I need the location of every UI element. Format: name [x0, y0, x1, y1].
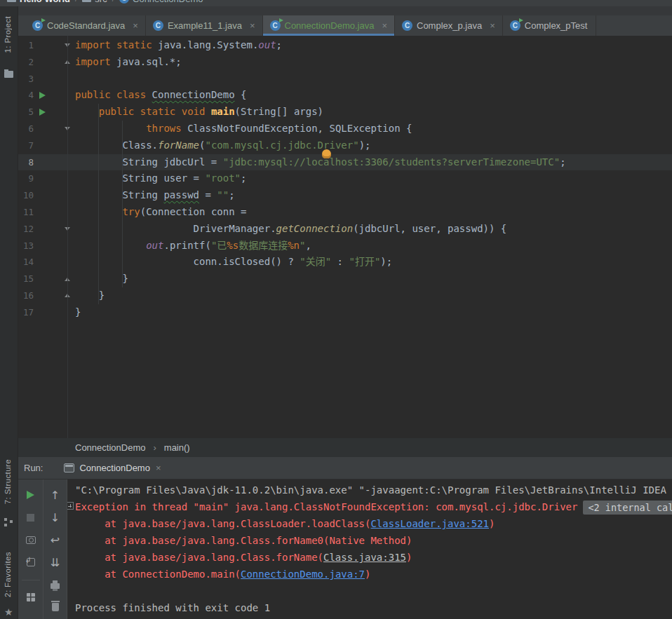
class-icon: C — [270, 20, 281, 31]
stop-button[interactable] — [22, 510, 39, 525]
code-text[interactable]: try(Connection conn = — [75, 204, 246, 221]
breadcrumb-hello-world[interactable]: Hello World — [7, 0, 70, 4]
run-line-icon[interactable] — [39, 92, 46, 99]
tool-button-structure[interactable]: 7: Structure — [4, 459, 12, 504]
code-text[interactable]: } — [75, 304, 81, 321]
gutter-run-column — [34, 71, 51, 88]
intention-bulb-icon[interactable] — [322, 149, 331, 158]
code-token: ); — [359, 140, 371, 151]
gutter-fold-column — [51, 204, 67, 221]
line-number: 5 — [18, 104, 34, 121]
scroll-to-end-button[interactable]: ⇊ — [47, 555, 64, 570]
breadcrumb-src[interactable]: src — [82, 0, 107, 4]
clear-all-button[interactable] — [47, 599, 64, 615]
tab-connectiondemo-java[interactable]: CConnectionDemo.java× — [263, 15, 396, 36]
class-icon: C — [510, 20, 520, 31]
gutter-run-column — [34, 87, 51, 104]
thread-dump-button[interactable] — [22, 532, 39, 547]
tool-button-project[interactable]: 1: Project — [4, 16, 12, 53]
gutter-run-column — [34, 137, 51, 154]
navigation-bar: Hello World/src/CConnectionDemo — [0, 0, 672, 6]
favorites-star-icon[interactable]: ★ — [4, 606, 13, 618]
code-token: ; — [276, 39, 282, 50]
project-folder-icon[interactable] — [4, 71, 13, 78]
code-token: DriverManager. — [75, 223, 276, 234]
close-icon[interactable]: × — [490, 21, 495, 30]
close-icon[interactable]: × — [250, 21, 255, 30]
print-button[interactable] — [47, 577, 64, 592]
code-token: out — [258, 39, 276, 50]
breadcrumb-class[interactable]: ConnectionDemo — [75, 442, 145, 453]
soft-wrap-button[interactable]: ↩ — [47, 532, 64, 547]
tab-complex-ptest[interactable]: CComplex_pTest — [503, 15, 597, 36]
code-text[interactable]: } — [75, 287, 105, 304]
code-token: getConnection — [276, 223, 354, 234]
code-line-3: 3 — [18, 71, 672, 88]
gutter-fold-column — [51, 287, 67, 304]
code-text[interactable]: import java.sql.*; — [75, 54, 182, 71]
run-tab-connectiondemo[interactable]: ConnectionDemo × — [58, 457, 166, 479]
indent-guide — [98, 104, 99, 304]
close-icon[interactable]: × — [133, 21, 138, 30]
internal-calls-badge[interactable]: <2 internal calls> — [583, 501, 672, 515]
down-stack-trace-button[interactable]: ↓ — [47, 510, 64, 525]
code-token: throws — [146, 123, 182, 134]
code-token: "com.mysql.cj.jdbc.Driver" — [205, 140, 358, 151]
code-editor[interactable]: 1import static java.lang.System.out;2imp… — [18, 36, 672, 438]
rerun-button[interactable] — [22, 487, 39, 503]
code-text[interactable]: } — [75, 271, 128, 287]
gutter-run-column — [34, 238, 51, 254]
code-text[interactable]: DriverManager.getConnection(jdbcUrl, use… — [75, 221, 506, 238]
chevron-right-icon: › — [153, 442, 156, 453]
tab-label: CodeStandard.java — [47, 20, 125, 31]
grid-icon — [27, 593, 35, 601]
code-token: } — [75, 290, 105, 301]
line-number: 3 — [18, 71, 34, 88]
code-token: import — [75, 39, 111, 50]
console-line-5: at java.base/java.lang.Class.forName(Cla… — [75, 549, 672, 566]
code-text[interactable]: throws ClassNotFoundException, SQLExcept… — [75, 121, 412, 137]
run-line-icon[interactable] — [39, 109, 46, 116]
gutter-run-column — [34, 254, 51, 271]
code-text[interactable]: public class ConnectionDemo { — [75, 87, 246, 104]
stack-trace-link[interactable]: ClassLoader.java:521 — [370, 518, 489, 529]
breadcrumb-label: ConnectionDemo — [133, 0, 203, 4]
code-token: ClassNotFoundException, SQLException { — [182, 123, 412, 134]
tab-codestandard-java[interactable]: CCodeStandard.java× — [25, 15, 146, 36]
run-tool-window: ↑↓↩⇊ "C:\Program Files\Java\jdk-11.0.2\b… — [18, 479, 672, 619]
line-number: 7 — [18, 137, 34, 154]
restore-layout-button[interactable] — [22, 555, 39, 570]
console-output[interactable]: "C:\Program Files\Java\jdk-11.0.2\bin\ja… — [67, 479, 672, 619]
code-text[interactable]: public static void main(String[] args) — [75, 104, 323, 121]
tab-complex-p-java[interactable]: CComplex_p.java× — [395, 15, 503, 36]
code-text[interactable]: out.printf("已%s数据库连接%n", — [75, 238, 311, 254]
code-token: ; — [241, 172, 246, 184]
code-token: java.sql.*; — [111, 56, 182, 67]
tab-label: Complex_pTest — [525, 20, 588, 31]
code-token: import — [75, 56, 111, 67]
stack-trace-link[interactable]: ConnectionDemo.java:7 — [241, 569, 365, 580]
code-text[interactable]: String passwd = ""; — [75, 187, 235, 204]
breadcrumb-separator: / — [75, 0, 77, 4]
structure-icon[interactable] — [4, 518, 7, 521]
code-text[interactable]: String user = "root"; — [75, 170, 246, 187]
breadcrumb-separator: / — [112, 0, 114, 4]
code-token: "已 — [211, 240, 227, 251]
breadcrumb-connectiondemo[interactable]: CConnectionDemo — [119, 0, 203, 4]
code-token: "关闭" — [300, 256, 331, 267]
code-text[interactable]: import static java.lang.System.out; — [75, 37, 282, 54]
fold-plus-icon[interactable] — [67, 502, 74, 510]
tool-button-favorites[interactable]: 2: Favorites — [4, 552, 12, 597]
breadcrumb-method[interactable]: main() — [164, 442, 190, 453]
stack-trace-link[interactable]: Class.java:315 — [323, 552, 406, 563]
pin-tab-button[interactable] — [22, 590, 39, 605]
code-text[interactable]: String jdbcUrl = "jdbc:mysql://localhost… — [75, 154, 566, 171]
code-token: } — [75, 306, 81, 318]
code-token — [75, 123, 146, 134]
up-stack-trace-button[interactable]: ↑ — [47, 487, 64, 503]
close-icon[interactable]: × — [382, 21, 387, 30]
editor-breadcrumbs: ConnectionDemo › main() — [18, 438, 672, 457]
close-icon[interactable]: × — [156, 463, 161, 472]
line-number: 16 — [18, 287, 34, 304]
tab-example11-1-java[interactable]: CExample11_1.java× — [146, 15, 263, 36]
